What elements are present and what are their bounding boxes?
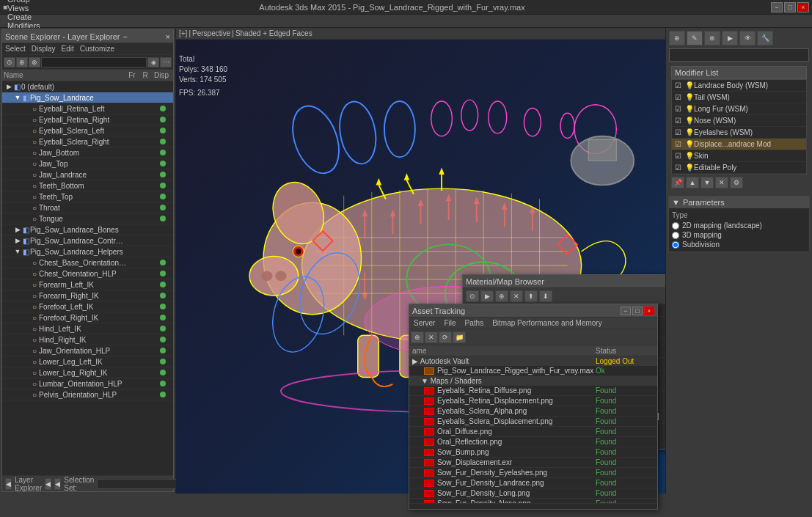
- asset-map-item[interactable]: Sow_Fur_Density_Long.pngFound: [409, 488, 657, 499]
- asset-tb-btn3[interactable]: ⟳: [439, 331, 452, 343]
- asset-close-btn[interactable]: ×: [644, 307, 654, 315]
- tree-item[interactable]: ○Chest_Orientation_HLP: [2, 268, 173, 279]
- asset-map-item[interactable]: Eyeballs_Sclera_Alpha.pngFound: [409, 406, 657, 417]
- mod-btn-pin[interactable]: 📌: [671, 177, 684, 188]
- tree-item[interactable]: ○Forefoot_Right_IK: [2, 312, 173, 323]
- tree-expand-icon[interactable]: ▼: [14, 248, 21, 255]
- asset-map-item[interactable]: Eyeballs_Retina_Displacement.pngFound: [409, 396, 657, 406]
- mod-item[interactable]: ☑💡Long Fur (WSM): [672, 103, 806, 115]
- asset-menu-bitmap[interactable]: Bitmap Performance and Memory: [488, 319, 607, 327]
- breadcrumb-plus[interactable]: [+]: [179, 29, 187, 37]
- breadcrumb-perspective[interactable]: Perspective: [192, 29, 230, 37]
- se-tb-btn3[interactable]: ⊗: [29, 57, 40, 67]
- mod-tab-motion[interactable]: ▶: [722, 31, 738, 45]
- tree-item[interactable]: ○Jaw_Top: [2, 158, 173, 169]
- tree-expand-icon[interactable]: ▶: [14, 226, 21, 233]
- asset-map-item[interactable]: Sow_Fur_Density_Eyelashes.pngFound: [409, 468, 657, 478]
- tree-item[interactable]: ○Forearm_Right_IK: [2, 290, 173, 301]
- asset-tb-btn2[interactable]: ✕: [425, 331, 438, 343]
- tree-item[interactable]: ○Jaw_Landrace: [2, 169, 173, 180]
- tree-item[interactable]: ▼◧Pig_Sow_Landrace: [2, 92, 173, 103]
- se-menu-customize[interactable]: Customize: [77, 45, 117, 53]
- minimize-btn[interactable]: −: [771, 2, 783, 12]
- tree-item[interactable]: ○Lower_Leg_Left_IK: [2, 356, 173, 367]
- object-name-field[interactable]: Pig_Sow_Landrace: [669, 48, 809, 62]
- se-tb-btn4[interactable]: ◈: [147, 57, 159, 67]
- mat-tb-btn5[interactable]: ⬆: [524, 290, 538, 302]
- mod-btn-move-up[interactable]: ▲: [686, 177, 699, 188]
- breadcrumb-shading[interactable]: Shaded + Edged Faces: [235, 29, 312, 37]
- type-radio-row[interactable]: 2D mapping (landscape): [672, 221, 806, 230]
- mod-tab-hierarchy[interactable]: ⊗: [704, 31, 720, 45]
- se-tb-btn1[interactable]: ⊙: [4, 57, 15, 67]
- tree-item[interactable]: ▶◧0 (default): [2, 81, 173, 92]
- asset-menu-file[interactable]: File: [439, 319, 460, 327]
- mat-tb-btn1[interactable]: ⊙: [466, 290, 479, 302]
- asset-min-btn[interactable]: −: [621, 307, 631, 315]
- mod-tab-display[interactable]: 👁: [739, 31, 756, 45]
- asset-map-item[interactable]: Oral_Diffuse.pngFound: [409, 427, 657, 437]
- scene-explorer-close[interactable]: ×: [166, 32, 170, 41]
- asset-scrollbar[interactable]: [409, 503, 657, 509]
- mat-tb-btn4[interactable]: ✕: [510, 290, 523, 302]
- le-footer-btn3[interactable]: ◀: [54, 478, 61, 490]
- mod-btn-delete[interactable]: ✕: [715, 177, 728, 188]
- tree-item[interactable]: ○Lower_Leg_Right_IK: [2, 367, 173, 378]
- tree-item[interactable]: ○Eyeball_Sclera_Left: [2, 125, 173, 136]
- tree-item[interactable]: ○Teeth_Bottom: [2, 180, 173, 191]
- tree-item[interactable]: ○Tongue: [2, 213, 173, 224]
- mod-tab-utilities[interactable]: 🔧: [757, 31, 773, 45]
- tree-item[interactable]: ○Pelvis_Orientation_HLP: [2, 389, 173, 400]
- type-radio-row[interactable]: Subdivision: [672, 241, 806, 249]
- type-radio-input[interactable]: [672, 241, 679, 249]
- tree-expand-icon[interactable]: ▼: [14, 94, 21, 101]
- menu-item-create[interactable]: Create: [3, 12, 62, 21]
- se-menu-display[interactable]: Display: [29, 45, 59, 53]
- tree-item[interactable]: ▶◧Pig_Sow_Landrace_Controllers: [2, 235, 173, 246]
- tree-item[interactable]: ○Eyeball_Retina_Left: [2, 103, 173, 114]
- tree-item[interactable]: ○Jaw_Bottom: [2, 147, 173, 158]
- tree-item[interactable]: ○Eyeball_Sclera_Right: [2, 136, 173, 147]
- mod-item[interactable]: ☑💡Editable Poly: [672, 162, 806, 174]
- tree-item[interactable]: ○Hind_Right_IK: [2, 334, 173, 345]
- mod-item[interactable]: ☑💡Eyelashes (WSM): [672, 127, 806, 139]
- tree-item[interactable]: ▼◧Pig_Sow_Landrace_Helpers: [2, 246, 173, 257]
- asset-map-item[interactable]: Sow_Displacement.exrFound: [409, 458, 657, 468]
- tree-item[interactable]: ○Hind_Left_IK: [2, 323, 173, 334]
- se-search-input[interactable]: [41, 57, 147, 67]
- mod-tab-modify[interactable]: ✎: [687, 31, 703, 45]
- asset-menu-paths[interactable]: Paths: [461, 319, 489, 327]
- asset-tb-btn4[interactable]: 📁: [453, 331, 466, 343]
- asset-map-item[interactable]: Sow_Fur_Density_Landrace.pngFound: [409, 478, 657, 488]
- mat-tb-btn6[interactable]: ⬇: [539, 290, 552, 302]
- mat-tb-btn2[interactable]: ▶: [480, 290, 494, 302]
- tree-item[interactable]: ○Eyeball_Retina_Right: [2, 114, 173, 125]
- mat-tb-btn3[interactable]: ⊕: [495, 290, 508, 302]
- tree-item[interactable]: ○Forearm_Left_IK: [2, 279, 173, 290]
- se-menu-select[interactable]: Select: [2, 45, 29, 53]
- asset-max-btn[interactable]: □: [632, 307, 643, 315]
- asset-map-item[interactable]: Eyeballs_Sclera_Displacement.pngFound: [409, 417, 657, 427]
- close-btn[interactable]: ×: [797, 2, 809, 12]
- mod-item[interactable]: ☑💡Landrace Body (WSM): [672, 80, 806, 92]
- tree-expand-icon[interactable]: ▶: [5, 83, 12, 90]
- asset-map-item[interactable]: Oral_Reflection.pngFound: [409, 437, 657, 447]
- type-radio-input[interactable]: [672, 222, 679, 230]
- mod-tab-create[interactable]: ⊕: [669, 31, 685, 45]
- tree-item[interactable]: ○Teeth_Top: [2, 191, 173, 202]
- tree-item[interactable]: ▶◧Pig_Sow_Landrace_Bones: [2, 224, 173, 235]
- asset-map-item[interactable]: Eyeballs_Retina_Diffuse.pngFound: [409, 386, 657, 396]
- asset-file-item[interactable]: Pig_Sow_Landrace_Rigged_with_Fur_vray.ma…: [409, 366, 657, 376]
- tree-item[interactable]: ○Throat: [2, 202, 173, 213]
- mod-item[interactable]: ☑💡Displace...andrace Mod: [672, 139, 806, 150]
- asset-maps-header[interactable]: ▼ Maps / Shaders: [409, 376, 657, 386]
- se-menu-edit[interactable]: Edit: [59, 45, 77, 53]
- mod-btn-config[interactable]: ⚙: [730, 177, 743, 188]
- mod-item[interactable]: ☑💡Nose (WSM): [672, 115, 806, 127]
- mod-btn-move-down[interactable]: ▼: [701, 177, 714, 188]
- le-footer-btn2[interactable]: ◀: [45, 478, 51, 490]
- params-header[interactable]: ▼ Parameters: [669, 197, 809, 208]
- mod-item[interactable]: ☑💡Skin: [672, 150, 806, 162]
- asset-menu-server[interactable]: Server: [409, 319, 439, 327]
- tree-item[interactable]: ○Jaw_Orientation_HLP: [2, 345, 173, 356]
